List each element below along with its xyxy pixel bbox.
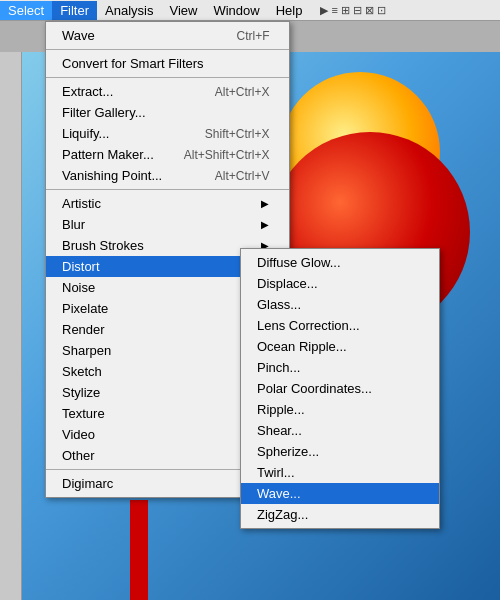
menu-item-pattern-maker[interactable]: Pattern Maker... Alt+Shift+Ctrl+X (46, 144, 289, 165)
side-panel (0, 52, 22, 600)
menubar: Select Filter Analysis View Window Help … (0, 0, 500, 21)
submenu-label-wave: Wave... (257, 486, 301, 501)
submenu-label-spherize: Spherize... (257, 444, 319, 459)
menu-label-artistic: Artistic (62, 196, 101, 211)
menu-label-video: Video (62, 427, 95, 442)
menu-item-liquify[interactable]: Liquify... Shift+Ctrl+X (46, 123, 289, 144)
shortcut-pattern-maker: Alt+Shift+Ctrl+X (184, 148, 270, 162)
submenu-item-polar-coordinates[interactable]: Polar Coordinates... (241, 378, 439, 399)
submenu-label-polar-coordinates: Polar Coordinates... (257, 381, 372, 396)
menubar-filter[interactable]: Filter (52, 1, 97, 20)
menu-label-wave-top: Wave (62, 28, 95, 43)
menu-label-other: Other (62, 448, 95, 463)
shortcut-wave: Ctrl+F (236, 29, 269, 43)
submenu-label-twirl: Twirl... (257, 465, 295, 480)
arrow-blur: ▶ (261, 219, 269, 230)
separator-3 (46, 189, 289, 190)
submenu-label-diffuse-glow: Diffuse Glow... (257, 255, 341, 270)
shortcut-vanishing-point: Alt+Ctrl+V (215, 169, 270, 183)
menu-label-blur: Blur (62, 217, 85, 232)
menu-label-stylize: Stylize (62, 385, 100, 400)
submenu-item-zigzag[interactable]: ZigZag... (241, 504, 439, 525)
menu-label-filter-gallery: Filter Gallery... (62, 105, 146, 120)
arrow-artistic: ▶ (261, 198, 269, 209)
menu-label-noise: Noise (62, 280, 95, 295)
shortcut-liquify: Shift+Ctrl+X (205, 127, 270, 141)
app-window: Select Filter Analysis View Window Help … (0, 0, 500, 600)
submenu-item-ocean-ripple[interactable]: Ocean Ripple... (241, 336, 439, 357)
submenu-item-glass[interactable]: Glass... (241, 294, 439, 315)
submenu-item-spherize[interactable]: Spherize... (241, 441, 439, 462)
submenu-item-displace[interactable]: Displace... (241, 273, 439, 294)
submenu-label-pinch: Pinch... (257, 360, 300, 375)
submenu-item-twirl[interactable]: Twirl... (241, 462, 439, 483)
separator-2 (46, 77, 289, 78)
menubar-select[interactable]: Select (0, 1, 52, 20)
menu-label-liquify: Liquify... (62, 126, 109, 141)
menu-label-brush-strokes: Brush Strokes (62, 238, 144, 253)
menu-item-filter-gallery[interactable]: Filter Gallery... (46, 102, 289, 123)
submenu-item-pinch[interactable]: Pinch... (241, 357, 439, 378)
submenu-item-shear[interactable]: Shear... (241, 420, 439, 441)
shortcut-extract: Alt+Ctrl+X (215, 85, 270, 99)
submenu-label-ocean-ripple: Ocean Ripple... (257, 339, 347, 354)
menu-item-wave-top[interactable]: Wave Ctrl+F (46, 25, 289, 46)
submenu-label-shear: Shear... (257, 423, 302, 438)
menu-label-sharpen: Sharpen (62, 343, 111, 358)
submenu-label-ripple: Ripple... (257, 402, 305, 417)
submenu-label-zigzag: ZigZag... (257, 507, 308, 522)
separator-1 (46, 49, 289, 50)
menubar-view[interactable]: View (161, 1, 205, 20)
submenu-item-lens-correction[interactable]: Lens Correction... (241, 315, 439, 336)
menu-label-convert-smart: Convert for Smart Filters (62, 56, 204, 71)
menu-label-distort: Distort (62, 259, 100, 274)
menubar-analysis[interactable]: Analysis (97, 1, 161, 20)
submenu-item-diffuse-glow[interactable]: Diffuse Glow... (241, 252, 439, 273)
submenu-label-displace: Displace... (257, 276, 318, 291)
menu-label-digimarc: Digimarc (62, 476, 113, 491)
menu-label-vanishing-point: Vanishing Point... (62, 168, 162, 183)
menu-item-convert-smart[interactable]: Convert for Smart Filters (46, 53, 289, 74)
menu-label-extract: Extract... (62, 84, 113, 99)
menubar-help[interactable]: Help (268, 1, 311, 20)
menubar-window[interactable]: Window (205, 1, 267, 20)
menu-item-artistic[interactable]: Artistic ▶ (46, 193, 289, 214)
menu-item-blur[interactable]: Blur ▶ (46, 214, 289, 235)
distort-submenu: Diffuse Glow... Displace... Glass... Len… (240, 248, 440, 529)
menu-item-extract[interactable]: Extract... Alt+Ctrl+X (46, 81, 289, 102)
submenu-label-glass: Glass... (257, 297, 301, 312)
menu-label-pixelate: Pixelate (62, 301, 108, 316)
menu-label-render: Render (62, 322, 105, 337)
menu-label-texture: Texture (62, 406, 105, 421)
menu-label-sketch: Sketch (62, 364, 102, 379)
menu-label-pattern-maker: Pattern Maker... (62, 147, 154, 162)
submenu-label-lens-correction: Lens Correction... (257, 318, 360, 333)
toolbar-icons: ▶ ≡ ⊞ ⊟ ⊠ ⊡ (320, 4, 386, 17)
vertical-bar-graphic (130, 500, 148, 600)
submenu-item-ripple[interactable]: Ripple... (241, 399, 439, 420)
submenu-item-wave[interactable]: Wave... (241, 483, 439, 504)
menu-item-vanishing-point[interactable]: Vanishing Point... Alt+Ctrl+V (46, 165, 289, 186)
